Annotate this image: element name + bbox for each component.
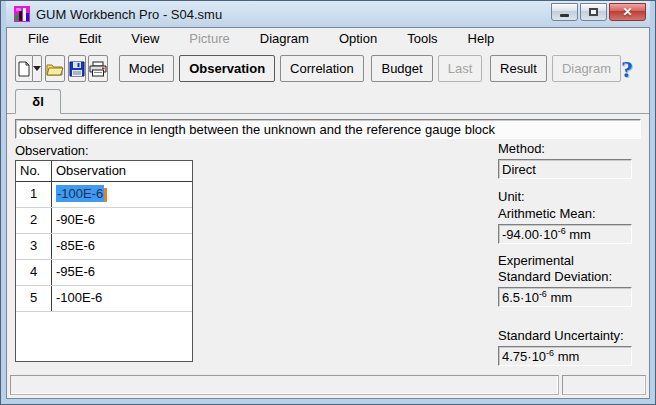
new-file-button[interactable] [15,55,33,82]
new-file-dropdown-button[interactable] [33,55,42,82]
menu-help[interactable]: Help [453,29,510,48]
last-button: Last [438,55,483,82]
status-panel-main [10,375,559,395]
table-row[interactable]: 5 -100E-6 [16,286,192,312]
help-icon: ? [621,56,633,82]
observation-cell[interactable]: -85E-6 [52,234,192,259]
menu-file[interactable]: File [13,29,64,48]
content-area: Observation: No. Observation 1 -100E-6 2… [7,139,649,374]
description-field[interactable]: observed difference in length between th… [15,119,641,139]
restore-button[interactable] [580,3,607,21]
open-folder-icon [46,62,64,76]
table-row[interactable]: 2 -90E-6 [16,208,192,234]
open-button[interactable] [45,55,65,82]
minimize-button[interactable] [551,3,578,21]
summary-panel: Method: Direct Unit: Arithmetic Mean: -9… [498,139,632,366]
new-document-icon [16,61,32,77]
menu-picture: Picture [174,29,244,48]
method-field[interactable]: Direct [498,159,632,179]
budget-button[interactable]: Budget [371,55,432,82]
close-button[interactable]: ✕ [609,3,646,21]
row-number: 3 [16,234,52,259]
minimize-icon [560,14,569,17]
observation-table[interactable]: No. Observation 1 -100E-6 2 -90E-6 3 -85… [15,160,193,362]
standard-uncertainty-label: Standard Uncertainty: [498,328,632,344]
menu-diagram[interactable]: Diagram [245,29,324,48]
status-bar [7,374,649,398]
menu-tools[interactable]: Tools [392,29,452,48]
window-controls: ✕ [551,3,646,21]
diagram-button: Diagram [552,55,621,82]
row-number: 5 [16,286,52,311]
print-button[interactable] [88,55,108,82]
arithmetic-mean-label: Arithmetic Mean: [498,206,632,222]
correlation-button[interactable]: Correlation [280,55,364,82]
arithmetic-mean-field: -94.00·10-6 mm [498,224,632,244]
close-icon: ✕ [622,6,632,18]
observation-button[interactable]: Observation [179,55,275,82]
restore-icon [589,8,598,16]
selected-text: -100E-6 [56,185,104,202]
observation-cell[interactable]: -95E-6 [52,260,192,285]
model-button[interactable]: Model [119,55,174,82]
tab-quantity-dl[interactable]: δl [15,89,61,114]
standard-uncertainty-field: 4.75·10-6 mm [498,346,632,366]
menu-view[interactable]: View [116,29,174,48]
method-label: Method: [498,141,632,157]
table-row[interactable]: 4 -95E-6 [16,260,192,286]
printer-icon [89,61,107,77]
menu-option[interactable]: Option [324,29,392,48]
column-header-no: No. [16,161,52,181]
observation-cell[interactable]: -90E-6 [52,208,192,233]
row-number: 2 [16,208,52,233]
standard-deviation-label-line2: Standard Deviation: [498,269,632,285]
window-title: GUM Workbench Pro - S04.smu [36,7,551,22]
standard-deviation-field: 6.5·10-6 mm [498,287,632,307]
title-bar[interactable]: GUM Workbench Pro - S04.smu ✕ [6,1,650,27]
help-button[interactable]: ? [621,57,641,81]
client-area: File Edit View Picture Diagram Option To… [6,27,650,399]
experimental-label-line1: Experimental [498,253,632,269]
app-icon [14,6,30,22]
description-row: observed difference in length between th… [7,114,649,139]
floppy-disk-icon [69,61,85,77]
table-header: No. Observation [16,161,192,182]
row-number: 1 [16,182,52,207]
table-row[interactable]: 3 -85E-6 [16,234,192,260]
observation-label: Observation: [15,143,89,158]
text-caret [104,188,107,202]
menu-edit[interactable]: Edit [64,29,116,48]
menu-bar: File Edit View Picture Diagram Option To… [7,28,649,49]
observation-cell[interactable]: -100E-6 [52,286,192,311]
app-window: GUM Workbench Pro - S04.smu ✕ File Edit … [0,0,656,405]
column-header-observation: Observation [52,161,192,181]
status-panel-side [562,375,646,395]
table-row[interactable]: 1 -100E-6 [16,182,192,208]
row-number: 4 [16,260,52,285]
result-button[interactable]: Result [490,55,547,82]
observation-cell[interactable]: -100E-6 [52,182,192,207]
save-button[interactable] [68,55,86,82]
toolbar: Model Observation Correlation Budget Las… [7,49,649,88]
tab-strip: δl [7,88,649,114]
unit-label: Unit: [498,189,632,205]
chevron-down-icon [33,66,41,71]
